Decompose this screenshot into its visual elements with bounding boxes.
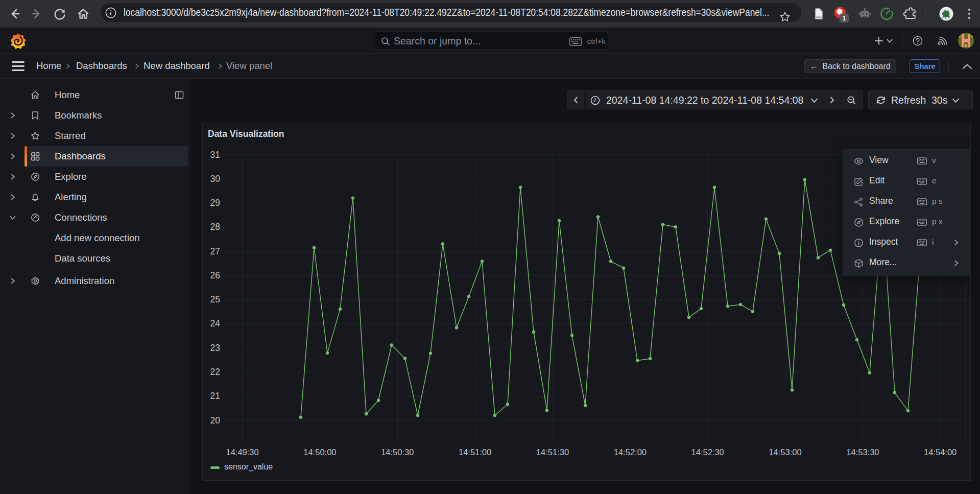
svg-text:1: 1: [843, 15, 846, 22]
